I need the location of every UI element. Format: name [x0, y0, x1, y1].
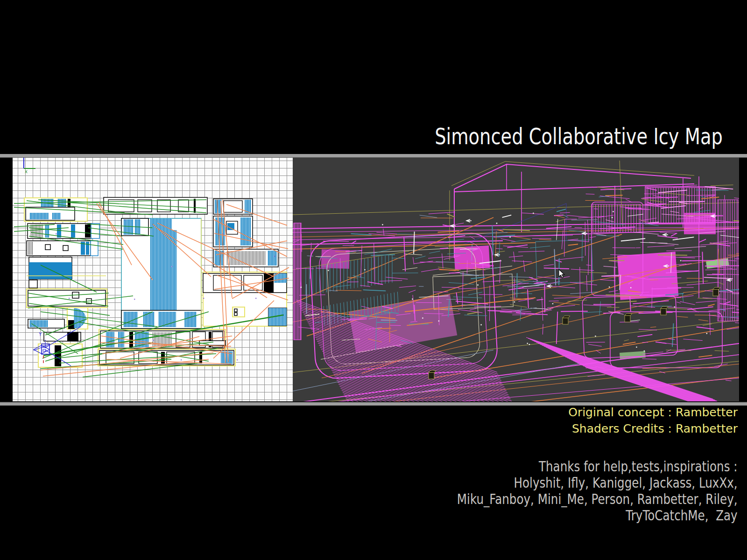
- 3d-wireframe-view[interactable]: [293, 158, 739, 401]
- divider-bar-top: [0, 154, 747, 158]
- 3d-view-canvas[interactable]: [293, 158, 739, 401]
- mouse-cursor-icon: [558, 269, 567, 279]
- page-title: Simonced Collaborative Icy Map: [435, 124, 723, 149]
- 2d-view-canvas[interactable]: xY: [13, 158, 293, 401]
- thanks-text: Thanks for help,tests,inspirations : Hol…: [457, 458, 738, 524]
- brush-blocks: [24, 197, 287, 367]
- axis-label-y: Y: [39, 331, 42, 337]
- splash-screen: { "title": "Simonced Collaborative Icy M…: [0, 0, 747, 560]
- credits-line-2: Shaders Credits : Rambetter: [572, 422, 738, 435]
- thanks-line-2: Holyshit, Ifly, Kaniggel, Jackass, LuxXx…: [514, 475, 738, 491]
- credits-line-1: Original concept : Rambetter: [568, 406, 738, 419]
- credits-text: Original concept : Rambetter Shaders Cre…: [568, 404, 738, 437]
- 2d-grid-view[interactable]: xY: [13, 158, 293, 401]
- thanks-line-4: TryToCatchMe, Zay: [626, 507, 738, 524]
- thanks-line-3: Miku_Fanboy, Mini_Me, Person, Rambetter,…: [457, 491, 738, 507]
- thanks-line-1: Thanks for help,tests,inspirations :: [539, 458, 738, 475]
- axis-label-x: x: [25, 169, 28, 174]
